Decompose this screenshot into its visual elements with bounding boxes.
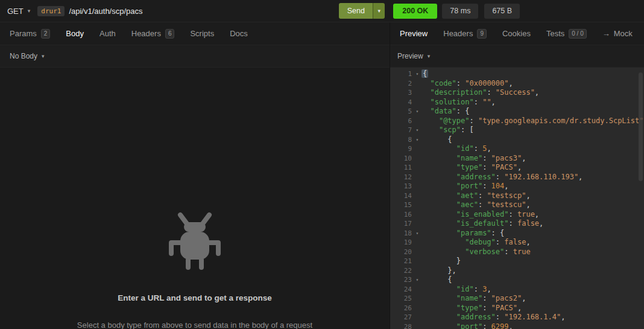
line-number: 5 xyxy=(390,107,412,117)
body-type-select[interactable]: No Body ▾ xyxy=(10,52,45,60)
fold-spacer xyxy=(412,88,421,98)
tab-mock[interactable]: → Mock xyxy=(595,22,640,45)
tab-docs[interactable]: Docs xyxy=(222,22,256,45)
code-line: 2 "code": "0x000000", xyxy=(390,79,644,89)
code-line: 21 } xyxy=(390,257,644,266)
code-text: "aec": "testscu", xyxy=(421,200,531,210)
code-line: 16 "is_enabled": true, xyxy=(390,210,644,220)
code-text: { xyxy=(421,275,452,285)
code-line: 22 }, xyxy=(390,266,644,276)
tab-badge: 6 xyxy=(165,29,175,39)
method-label: GET xyxy=(7,7,24,16)
line-number: 20 xyxy=(390,248,412,257)
line-number: 21 xyxy=(390,257,412,266)
tab-auth[interactable]: Auth xyxy=(92,22,124,45)
fold-spacer xyxy=(412,257,421,266)
code-text: "aet": "testscp", xyxy=(421,191,531,201)
tab-code[interactable]: Code xyxy=(640,22,644,45)
request-tabs: Params 2 Body Auth Headers 6 Scripts Doc xyxy=(0,22,390,45)
empty-state-subtitle: Select a body type from above to send da… xyxy=(0,321,390,329)
code-line: 1▾{ xyxy=(390,69,644,79)
chevron-down-icon: ▾ xyxy=(28,8,31,14)
send-options-button[interactable]: ▾ xyxy=(373,3,385,19)
fold-spacer xyxy=(412,98,421,107)
code-line: 27 "address": "192.168.1.4", xyxy=(390,313,644,322)
code-line: 8▾ { xyxy=(390,135,644,145)
fold-spacer xyxy=(412,117,421,126)
fold-toggle-icon[interactable]: ▾ xyxy=(412,229,421,238)
url-input[interactable]: drur1 /api/v1/auth/scp/pacs xyxy=(37,0,334,22)
code-text: "@type": "type.googleapis.com/dr.study.S… xyxy=(421,117,644,126)
tab-response-headers[interactable]: Headers 9 xyxy=(435,22,494,45)
fold-spacer xyxy=(412,173,421,182)
code-text: "id": 5, xyxy=(421,144,491,154)
fold-toggle-icon[interactable]: ▾ xyxy=(412,107,421,117)
fold-spacer xyxy=(412,294,421,304)
tab-scripts[interactable]: Scripts xyxy=(182,22,222,45)
fold-toggle-icon[interactable]: ▾ xyxy=(412,135,421,145)
tab-label: Mock xyxy=(614,29,633,38)
fold-spacer xyxy=(412,144,421,154)
code-text: "code": "0x000000", xyxy=(421,79,513,89)
tab-label: Headers xyxy=(443,29,473,38)
tab-badge: 9 xyxy=(477,29,487,39)
scrollbar-thumb[interactable] xyxy=(639,72,643,181)
empty-state: Enter a URL and send to get a response S… xyxy=(0,210,390,329)
response-panel: Preview Headers 9 Cookies Tests 0 / 0 → … xyxy=(390,22,644,329)
send-button[interactable]: Send xyxy=(339,3,373,19)
tab-tests[interactable]: Tests 0 / 0 xyxy=(538,22,595,45)
response-view-label: Preview xyxy=(397,52,423,60)
tab-headers[interactable]: Headers 6 xyxy=(124,22,183,45)
chevron-down-icon: ▾ xyxy=(42,53,45,59)
line-number: 12 xyxy=(390,173,412,182)
tab-label: Params xyxy=(10,29,37,38)
tab-cookies[interactable]: Cookies xyxy=(494,22,538,45)
empty-state-title: Enter a URL and send to get a response xyxy=(0,293,390,302)
code-text: "type": "PACS", xyxy=(421,304,522,313)
code-line: 4 "solution": "", xyxy=(390,98,644,107)
line-number: 8 xyxy=(390,135,412,145)
code-text: "description": "Success", xyxy=(421,88,539,98)
code-text: "data": { xyxy=(421,107,470,117)
fold-toggle-icon[interactable]: ▾ xyxy=(412,275,421,285)
request-bar: GET ▾ drur1 /api/v1/auth/scp/pacs Send ▾… xyxy=(0,0,644,22)
send-split-button: Send ▾ xyxy=(339,3,385,19)
code-text: { xyxy=(421,135,452,145)
code-line: 17 "is_default": false, xyxy=(390,219,644,229)
fold-spacer xyxy=(412,191,421,201)
code-line: 12 "address": "192.168.110.193", xyxy=(390,173,644,182)
line-number: 11 xyxy=(390,163,412,173)
request-body-area: Enter a URL and send to get a response S… xyxy=(0,68,390,329)
tab-label: Scripts xyxy=(190,29,214,38)
line-number: 9 xyxy=(390,144,412,154)
code-line: 23▾ { xyxy=(390,275,644,285)
code-text: "port": 104, xyxy=(421,182,509,191)
code-line: 28 "port": 6299, xyxy=(390,322,644,329)
code-text: "is_enabled": true, xyxy=(421,210,539,220)
line-number: 13 xyxy=(390,182,412,191)
code-text: "address": "192.168.1.4", xyxy=(421,313,565,322)
response-code[interactable]: 1▾{2 "code": "0x000000",3 "description":… xyxy=(390,68,644,329)
url-path: /api/v1/auth/scp/pacs xyxy=(69,7,142,16)
code-line: 9 "id": 5, xyxy=(390,144,644,154)
line-number: 10 xyxy=(390,154,412,164)
code-line: 14 "aet": "testscp", xyxy=(390,191,644,201)
tab-label: Body xyxy=(66,29,84,38)
response-tabs: Preview Headers 9 Cookies Tests 0 / 0 → … xyxy=(390,22,644,45)
tab-body[interactable]: Body xyxy=(58,22,92,45)
chevron-down-icon: ▾ xyxy=(428,53,431,59)
fold-toggle-icon[interactable]: ▾ xyxy=(412,126,421,135)
code-text: "scp": [ xyxy=(421,126,474,135)
line-number: 6 xyxy=(390,117,412,126)
fold-spacer xyxy=(412,182,421,191)
code-text: "port": 6299, xyxy=(421,322,513,329)
code-text: "is_default": false, xyxy=(421,219,543,229)
method-select[interactable]: GET ▾ xyxy=(0,7,37,16)
response-view-select[interactable]: Preview ▾ xyxy=(397,52,430,60)
env-variable-badge[interactable]: drur1 xyxy=(37,6,65,16)
code-line: 20 "verbose": true xyxy=(390,248,644,257)
tab-preview[interactable]: Preview xyxy=(392,22,435,45)
fold-toggle-icon[interactable]: ▾ xyxy=(412,69,421,79)
tab-params[interactable]: Params 2 xyxy=(2,22,58,45)
line-number: 2 xyxy=(390,79,412,89)
